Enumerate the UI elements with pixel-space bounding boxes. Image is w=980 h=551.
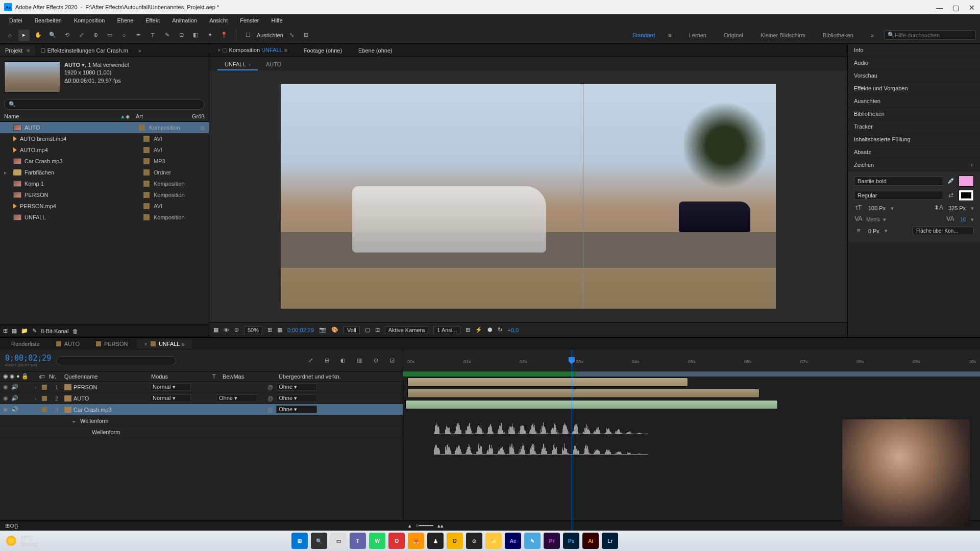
time-ruler[interactable]: 00s01s02s03s04s05s06s07s08s09s10s bbox=[403, 350, 980, 371]
panel-menu-icon[interactable]: ≡ bbox=[971, 162, 974, 168]
panel-effekte-und-vorgaben[interactable]: Effekte und Vorgaben bbox=[848, 82, 980, 95]
orbit-tool[interactable]: ⟲ bbox=[61, 30, 72, 41]
pixel-icon[interactable]: ⊞ bbox=[465, 327, 470, 333]
puppet-tool[interactable]: 📍 bbox=[218, 30, 230, 41]
timeline-tab[interactable]: PERSON bbox=[89, 339, 135, 348]
bit-depth[interactable]: 8-Bit-Kanal bbox=[41, 328, 68, 334]
text-tool[interactable]: T bbox=[147, 30, 158, 41]
panel-bibliotheken[interactable]: Bibliotheken bbox=[848, 108, 980, 120]
align-check[interactable]: ☐ bbox=[242, 30, 254, 41]
taskbar-app[interactable]: Ps bbox=[563, 533, 579, 549]
taskbar-app[interactable]: ⊙ bbox=[466, 533, 482, 549]
interpret-icon[interactable]: ⊞ bbox=[3, 328, 8, 334]
layer-bar-3[interactable] bbox=[405, 400, 778, 409]
tab-composition[interactable]: × ▢ Komposition UNFALL ≡ bbox=[213, 45, 291, 55]
toggle1-icon[interactable]: ⊞ bbox=[5, 522, 10, 529]
tag-icon[interactable]: ◈ bbox=[126, 113, 136, 120]
layer-bar-1[interactable] bbox=[407, 378, 688, 387]
workspace-lernen[interactable]: Lernen bbox=[682, 31, 714, 39]
timeline-tab[interactable]: AUTO bbox=[49, 339, 87, 348]
snap-icon[interactable]: ⤡ bbox=[286, 30, 298, 41]
panel-vorschau[interactable]: Vorschau bbox=[848, 69, 980, 82]
menu-bearbeiten[interactable]: Bearbeiten bbox=[30, 16, 67, 25]
tab-more-icon[interactable]: » bbox=[133, 45, 146, 56]
tab-ebene[interactable]: Ebene (ohne) bbox=[354, 46, 397, 55]
taskbar-app[interactable]: 🦊 bbox=[408, 533, 424, 549]
viewer-timecode[interactable]: 0;00;02;29 bbox=[287, 327, 314, 333]
taskbar-app[interactable]: ♟ bbox=[427, 533, 444, 549]
new-comp-icon[interactable]: ▦ bbox=[12, 328, 17, 334]
resolution-dropdown[interactable]: Voll bbox=[344, 326, 360, 334]
weather-widget[interactable]: 16°CSonnig bbox=[6, 535, 38, 547]
workspace-original[interactable]: Original bbox=[717, 31, 750, 39]
timeline-tab[interactable]: Renderliste bbox=[4, 339, 47, 348]
workspace-more-icon[interactable]: » bbox=[864, 31, 881, 39]
project-item[interactable]: Komp 1Komposition bbox=[0, 178, 209, 189]
layer-switch-icon[interactable]: ⊡ bbox=[386, 355, 398, 366]
fast-icon[interactable]: ⚡ bbox=[475, 327, 482, 333]
minimize-button[interactable]: — bbox=[936, 4, 943, 11]
project-item[interactable]: AUTO bremst.mp4AVI bbox=[0, 133, 209, 144]
panel-inhaltsbasierte-füllung[interactable]: Inhaltsbasierte Füllung bbox=[848, 133, 980, 146]
swap-icon[interactable]: ⇄ bbox=[946, 191, 955, 199]
taskbar-app[interactable]: ✎ bbox=[524, 533, 541, 549]
taskbar-app[interactable]: Lr bbox=[602, 533, 618, 549]
anchor-tool[interactable]: ⊕ bbox=[90, 30, 101, 41]
timeline-search[interactable] bbox=[56, 356, 176, 365]
mask-icon[interactable]: ⊙ bbox=[234, 327, 239, 333]
zoom-tool[interactable]: 🔍 bbox=[47, 30, 58, 41]
project-item[interactable]: ▸FarbflächenOrdner bbox=[0, 167, 209, 178]
taskbar-app[interactable]: ⊞ bbox=[291, 533, 308, 549]
3d-icon[interactable]: ⬢ bbox=[487, 327, 493, 333]
tab-project[interactable]: Projekt≡ bbox=[0, 45, 35, 56]
rect-tool[interactable]: ▭ bbox=[104, 30, 115, 41]
workspace-kleiner[interactable]: Kleiner Bildschirm bbox=[753, 31, 813, 39]
panel-ausrichten[interactable]: Ausrichten bbox=[848, 95, 980, 108]
taskbar-app[interactable]: 📁 bbox=[485, 533, 502, 549]
brush-tool[interactable]: ✎ bbox=[161, 30, 173, 41]
subtab-auto[interactable]: AUTO bbox=[259, 59, 288, 70]
close-button[interactable]: ✕ bbox=[969, 4, 976, 11]
taskbar-app[interactable]: ▭ bbox=[330, 533, 347, 549]
menu-effekt[interactable]: Effekt bbox=[140, 16, 165, 25]
font-family-dropdown[interactable]: Bastile bold bbox=[854, 177, 943, 186]
toggle2-icon[interactable]: ⊙ bbox=[10, 522, 14, 529]
help-search-input[interactable] bbox=[895, 32, 972, 38]
eraser-tool[interactable]: ◧ bbox=[190, 30, 201, 41]
kerning-value[interactable]: Metrik bbox=[866, 217, 880, 222]
refresh-icon[interactable]: ↻ bbox=[498, 327, 502, 333]
rotate-tool[interactable]: ⤢ bbox=[76, 30, 87, 41]
exposure[interactable]: +0,0 bbox=[507, 327, 519, 333]
zoom-dropdown[interactable]: 50% bbox=[244, 326, 262, 334]
panel-info[interactable]: Info bbox=[848, 44, 980, 57]
grid-icon[interactable]: ⊞ bbox=[267, 327, 272, 333]
panel-zeichen[interactable]: Zeichen≡ bbox=[848, 159, 980, 171]
workspace-menu-icon[interactable]: ≡ bbox=[661, 31, 678, 39]
zoom-out-icon[interactable]: ▴ bbox=[408, 522, 411, 529]
help-search[interactable]: 🔍 bbox=[884, 30, 976, 40]
eyedropper-icon[interactable]: 💉 bbox=[946, 177, 955, 185]
graph-icon[interactable]: ▥ bbox=[354, 355, 365, 366]
snapshot-icon[interactable]: 📷 bbox=[319, 327, 326, 333]
alpha-icon[interactable]: ▦ bbox=[213, 327, 218, 333]
brain-icon[interactable]: ⊙ bbox=[370, 355, 381, 366]
snap2-icon[interactable]: ⊞ bbox=[301, 30, 312, 41]
frame-blend-icon[interactable]: ⊞ bbox=[321, 355, 332, 366]
project-item[interactable]: UNFALLKomposition bbox=[0, 212, 209, 223]
menu-datei[interactable]: Datei bbox=[4, 16, 28, 25]
project-item[interactable]: AUTOKomposition⊞ bbox=[0, 122, 209, 133]
stroke-width[interactable]: 0 Px bbox=[866, 228, 881, 234]
panel-absatz[interactable]: Absatz bbox=[848, 146, 980, 159]
taskbar-app[interactable]: 🔍 bbox=[311, 533, 327, 549]
leading-value[interactable]: 325 Px bbox=[946, 205, 968, 211]
font-size-value[interactable]: 100 Px bbox=[866, 205, 888, 211]
workspace-biblio[interactable]: Bibliotheken bbox=[816, 31, 861, 39]
font-style-dropdown[interactable]: Regular bbox=[854, 191, 943, 200]
taskbar-app[interactable]: Ai bbox=[582, 533, 599, 549]
menu-animation[interactable]: Animation bbox=[167, 16, 202, 25]
timeline-timecode[interactable]: 0;00;02;29 bbox=[5, 354, 51, 363]
panel-audio[interactable]: Audio bbox=[848, 57, 980, 69]
roi-icon[interactable]: ▢ bbox=[365, 327, 370, 333]
tab-footage[interactable]: Footage (ohne) bbox=[300, 46, 346, 55]
panel-tracker[interactable]: Tracker bbox=[848, 120, 980, 133]
